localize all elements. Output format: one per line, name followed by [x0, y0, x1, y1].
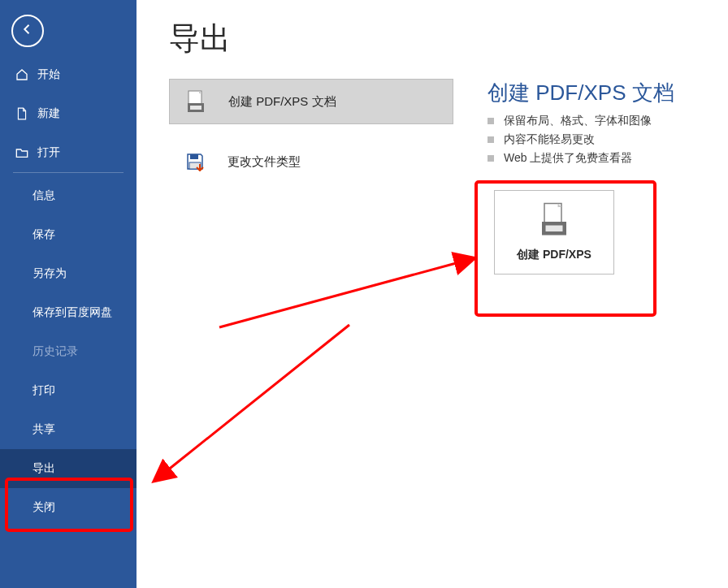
content-area: 导出 创建 PDF/XPS 文档 — [136, 0, 728, 588]
sidebar-item-info[interactable]: 信息 — [0, 176, 136, 215]
right-panel: 创建 PDF/XPS 文档 保留布局、格式、字体和图像 内容不能轻易更改 Web… — [488, 79, 717, 275]
back-arrow-icon — [20, 22, 35, 40]
sidebar-item-home[interactable]: 开始 — [0, 55, 136, 94]
sidebar-item-label: 保存到百度网盘 — [32, 305, 112, 320]
sidebar-item-label: 保存 — [32, 227, 55, 242]
feature-item: Web 上提供了免费查看器 — [488, 151, 717, 166]
sidebar-item-saveas[interactable]: 另存为 — [0, 254, 136, 293]
option-label: 更改文件类型 — [228, 154, 301, 170]
folder-open-icon — [15, 147, 29, 158]
pdf-xps-icon — [184, 90, 207, 113]
sidebar-item-label: 另存为 — [32, 266, 67, 281]
option-create-pdf-xps[interactable]: 创建 PDF/XPS 文档 — [169, 79, 453, 124]
sidebar-item-close[interactable]: 关闭 — [0, 488, 136, 527]
right-panel-title: 创建 PDF/XPS 文档 — [488, 79, 717, 107]
sidebar-item-label: 导出 — [32, 461, 55, 476]
export-option-list: 创建 PDF/XPS 文档 更改文件类型 — [169, 79, 453, 275]
svg-rect-4 — [189, 162, 201, 169]
option-label: 创建 PDF/XPS 文档 — [228, 94, 336, 110]
pdf-xps-large-icon — [540, 202, 569, 240]
sidebar-item-open[interactable]: 打开 — [0, 133, 136, 172]
svg-rect-8 — [546, 226, 563, 232]
sidebar-item-label: 打印 — [32, 383, 55, 398]
backstage-sidebar: 开始 新建 打开 信息 保存 另存为 保存到百度网盘 历史记录 — [0, 0, 136, 588]
page-title: 导出 — [169, 18, 717, 59]
file-icon — [15, 107, 29, 120]
create-button-label: 创建 PDF/XPS — [517, 248, 592, 262]
sidebar-item-history: 历史记录 — [0, 332, 136, 371]
home-icon — [15, 68, 29, 81]
option-change-file-type[interactable]: 更改文件类型 — [169, 139, 453, 184]
sidebar-item-label: 共享 — [32, 422, 55, 437]
save-disk-icon — [184, 152, 206, 171]
sidebar-item-label: 打开 — [37, 145, 60, 160]
sidebar-item-export[interactable]: 导出 — [0, 449, 136, 488]
sidebar-divider — [13, 172, 124, 173]
sidebar-item-print[interactable]: 打印 — [0, 371, 136, 410]
sidebar-item-label: 历史记录 — [32, 344, 78, 359]
feature-list: 保留布局、格式、字体和图像 内容不能轻易更改 Web 上提供了免费查看器 — [488, 114, 717, 166]
svg-rect-3 — [190, 154, 198, 159]
sidebar-item-save-baidu[interactable]: 保存到百度网盘 — [0, 293, 136, 332]
back-button[interactable] — [11, 15, 44, 47]
sidebar-item-label: 信息 — [32, 188, 55, 203]
svg-rect-2 — [190, 106, 202, 110]
sidebar-item-new[interactable]: 新建 — [0, 94, 136, 133]
sidebar-item-label: 新建 — [37, 106, 60, 121]
create-pdf-xps-button[interactable]: 创建 PDF/XPS — [494, 190, 614, 275]
feature-item: 保留布局、格式、字体和图像 — [488, 114, 717, 128]
sidebar-item-share[interactable]: 共享 — [0, 410, 136, 449]
sidebar-item-label: 开始 — [37, 67, 60, 82]
sidebar-item-save[interactable]: 保存 — [0, 215, 136, 254]
feature-item: 内容不能轻易更改 — [488, 132, 717, 147]
sidebar-item-label: 关闭 — [32, 500, 55, 515]
